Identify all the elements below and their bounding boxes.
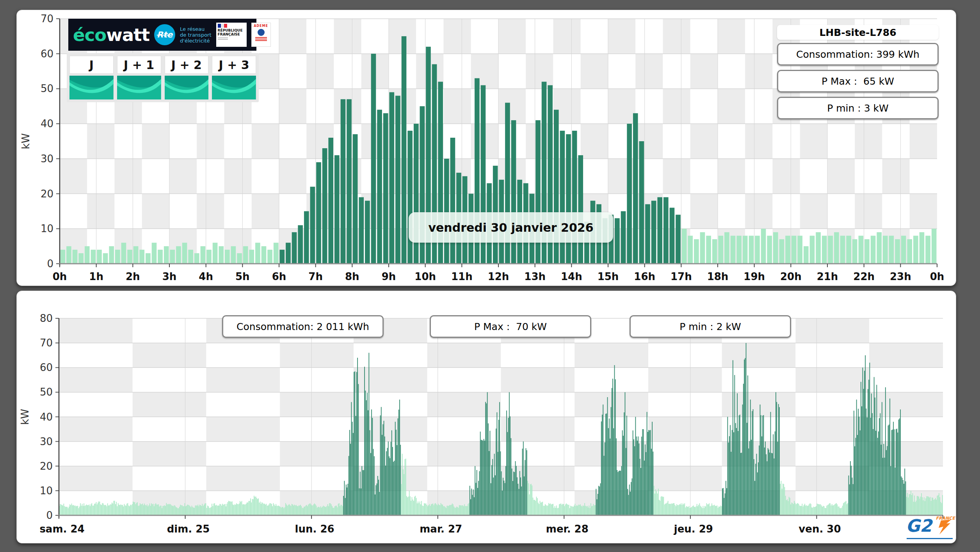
stat-pmin-week: P min : 2 kW [630,315,791,338]
svg-text:60: 60 [40,362,53,373]
svg-text:23h: 23h [890,271,911,282]
svg-text:18h: 18h [707,271,729,282]
ademe-lines [252,37,270,41]
svg-text:13h: 13h [524,271,546,282]
svg-text:0: 0 [47,258,53,270]
svg-text:mer. 28: mer. 28 [546,523,589,535]
svg-text:5h: 5h [235,271,250,282]
svg-text:lun. 26: lun. 26 [295,523,334,535]
ecowatt-logo-watt: watt [106,25,149,45]
svg-text:80: 80 [40,312,53,324]
ademe-label: ADEME [252,24,270,28]
svg-text:kW: kW [19,409,31,425]
svg-text:21h: 21h [817,271,838,282]
rte-logo-text: Rte [157,30,173,39]
day-tab-j1[interactable]: J + 1 [117,56,161,99]
svg-text:19h: 19h [743,271,765,282]
stat-pmin-day: P min : 3 kW [777,97,939,119]
svg-text:4h: 4h [199,271,213,282]
svg-text:jeu. 29: jeu. 29 [674,523,713,535]
svg-text:kW: kW [20,133,32,149]
stat-consumption-day: Consommation: 399 kWh [777,43,939,66]
svg-text:70: 70 [41,13,53,25]
g2e-tagline-line [907,538,953,539]
ecowatt-green-signal-tile [165,76,209,99]
svg-text:9h: 9h [382,271,396,282]
svg-text:sam. 24: sam. 24 [39,523,84,535]
date-label: vendredi 30 janvier 2026 [409,212,613,243]
day-tab-j3-label: J + 3 [212,56,256,74]
svg-text:22h: 22h [853,271,875,282]
day-tab-j[interactable]: J [69,56,114,99]
ecowatt-banner: écowatt Rte Le réseau de transport d'éle… [68,19,256,51]
svg-text:10: 10 [40,485,53,497]
day-tab-j1-label: J + 1 [117,56,161,74]
site-title: LHB-site-L786 [777,25,939,40]
svg-text:16h: 16h [634,271,655,282]
svg-text:17h: 17h [671,271,692,282]
ademe-logo: ADEME [251,23,271,47]
svg-text:30: 30 [40,436,53,447]
svg-text:ven. 30: ven. 30 [799,523,841,535]
stat-consumption-week: Consommation: 2 011 kWh [222,315,384,338]
svg-text:10: 10 [41,223,53,234]
ecowatt-logo-eco: éco [73,25,106,45]
rte-tagline-line2: de transport [180,32,211,38]
svg-text:2h: 2h [126,271,140,282]
rte-tagline: Le réseau de transport d'électricité [180,26,211,44]
ecowatt-day-tabs: J J + 1 J + 2 J + 3 [67,53,259,102]
french-flag-icon [218,24,227,28]
day-tab-j3[interactable]: J + 3 [212,56,256,99]
stat-pmax-week: P Max : 70 kW [430,315,591,338]
svg-text:11h: 11h [451,271,473,282]
ecowatt-green-signal-tile [69,76,114,99]
g2e-logo: G2 FRANCE [906,516,955,540]
weekly-chart-panel: 01020304050607080kWsam. 24dim. 25lun. 26… [16,291,956,543]
republique-line2: FRANÇAISE [218,32,245,36]
ecowatt-green-signal-tile [212,76,256,99]
motto-lines [218,37,245,40]
svg-text:14h: 14h [561,271,582,282]
stat-pmax-day: P Max : 65 kW [777,70,939,92]
svg-text:10h: 10h [414,271,436,282]
svg-text:20: 20 [40,460,53,472]
day-tab-j2-label: J + 2 [165,56,209,74]
svg-text:20: 20 [41,188,53,200]
svg-text:3h: 3h [162,271,177,282]
svg-text:60: 60 [41,48,53,60]
daily-chart-panel: 010203040506070kW0h1h2h3h4h5h6h7h8h9h10h… [16,10,956,286]
g2e-logo-text: G2 [906,517,932,535]
ademe-globe-icon [258,29,265,36]
svg-text:30: 30 [41,153,53,165]
day-tab-j-label: J [69,56,114,74]
rte-tagline-line3: d'électricité [180,38,211,44]
svg-text:15h: 15h [598,271,619,282]
rte-logo-icon: Rte [154,24,175,45]
dashboard: { "branding": { "ecowatt_banner": { "bra… [0,0,980,552]
svg-text:50: 50 [40,386,53,398]
g2e-lightning-e-icon [939,520,952,535]
republique-francaise-logo: RÉPUBLIQUE FRANÇAISE [216,23,247,47]
republique-line1: RÉPUBLIQUE [218,28,245,32]
svg-text:40: 40 [41,118,53,130]
svg-text:7h: 7h [308,271,323,282]
svg-text:0h: 0h [930,271,944,282]
svg-text:6h: 6h [272,271,286,282]
svg-text:0h: 0h [53,271,67,282]
ecowatt-logo: écowatt [73,25,149,45]
rte-tagline-line1: Le réseau [180,26,211,32]
svg-text:1h: 1h [89,271,103,282]
day-tab-j2[interactable]: J + 2 [165,56,209,99]
svg-text:70: 70 [40,337,53,349]
svg-text:mar. 27: mar. 27 [420,523,462,535]
svg-text:20h: 20h [780,271,802,282]
svg-text:40: 40 [40,411,53,423]
svg-text:dim. 25: dim. 25 [167,523,210,535]
ecowatt-green-signal-tile [117,76,161,99]
svg-text:12h: 12h [488,271,509,282]
svg-text:8h: 8h [345,271,359,282]
svg-text:0: 0 [46,509,53,521]
svg-text:50: 50 [41,83,53,94]
